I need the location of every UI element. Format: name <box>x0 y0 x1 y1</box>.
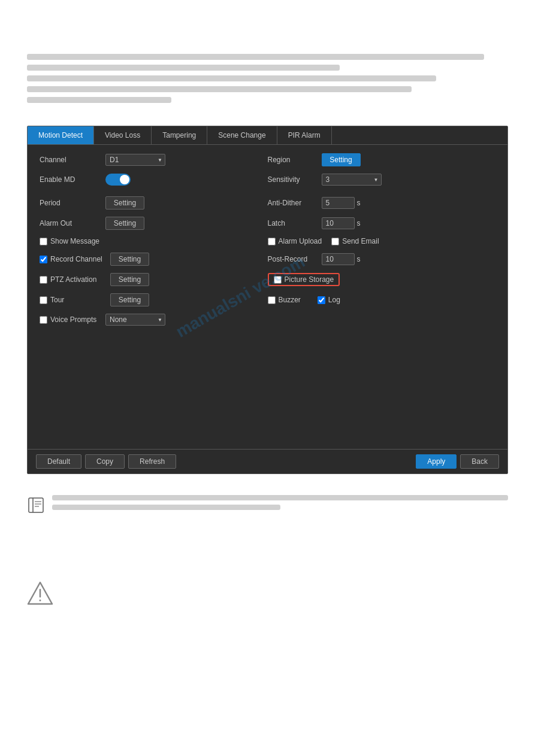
post-record-label: Post-Record <box>268 255 322 263</box>
latch-label: Latch <box>268 219 322 227</box>
picture-storage-checkbox[interactable] <box>274 276 282 284</box>
enable-md-col: Enable MD <box>40 174 268 186</box>
log-checkbox-label[interactable]: Log <box>318 296 340 304</box>
alarm-out-latch-row: Alarm Out Setting Latch s <box>40 217 495 230</box>
show-message-col: Show Message <box>40 237 268 245</box>
voice-prompts-select-wrapper: None <box>105 314 165 326</box>
back-button[interactable]: Back <box>460 454 499 469</box>
record-channel-checkbox-label[interactable]: Record Channel <box>40 255 105 263</box>
tab-scene-change[interactable]: Scene Change <box>207 126 277 144</box>
voice-prompts-row: Voice Prompts None <box>40 314 495 326</box>
latch-unit: s <box>357 219 361 227</box>
region-col: Region Setting <box>268 153 496 166</box>
picture-storage-col: Picture Storage <box>268 273 496 286</box>
voice-prompts-col: Voice Prompts None <box>40 314 268 326</box>
warning-section <box>0 544 535 618</box>
anti-dither-input[interactable] <box>322 197 355 209</box>
post-record-input[interactable] <box>322 253 355 265</box>
tour-checkbox-label[interactable]: Tour <box>40 296 105 304</box>
region-label: Region <box>268 156 322 164</box>
enable-md-toggle[interactable] <box>105 174 131 186</box>
tour-checkbox[interactable] <box>40 296 47 304</box>
alarm-out-setting-button[interactable]: Setting <box>105 217 144 230</box>
text-line-3 <box>27 75 436 81</box>
period-antidither-row: Period Setting Anti-Dither s <box>40 196 495 210</box>
period-label: Period <box>40 199 105 207</box>
sensitivity-select[interactable]: 3 <box>322 174 382 186</box>
top-text-area <box>0 0 535 120</box>
show-message-checkbox-label[interactable]: Show Message <box>40 237 99 245</box>
latch-input[interactable] <box>322 217 355 229</box>
content-area: Channel D1 Region Setting Enable MD Sens… <box>28 145 507 449</box>
channel-select-wrapper: D1 <box>105 154 165 166</box>
enable-md-label: Enable MD <box>40 175 105 184</box>
show-message-checkbox[interactable] <box>40 238 47 245</box>
ptz-activation-setting-button[interactable]: Setting <box>110 273 149 286</box>
channel-col: Channel D1 <box>40 154 268 166</box>
region-setting-button[interactable]: Setting <box>322 153 361 166</box>
note-line-2 <box>52 505 280 510</box>
anti-dither-label: Anti-Dither <box>268 199 322 207</box>
send-email-checkbox[interactable] <box>331 238 339 245</box>
record-channel-setting-button[interactable]: Setting <box>110 253 149 266</box>
post-record-unit: s <box>357 255 361 263</box>
record-channel-post-record-row: Record Channel Setting Post-Record s <box>40 253 495 266</box>
ptz-activation-checkbox[interactable] <box>40 276 47 284</box>
main-panel: manualsni ve.com Motion Detect Video Los… <box>27 126 508 474</box>
channel-select[interactable]: D1 <box>105 154 165 166</box>
alarm-upload-checkbox-label[interactable]: Alarm Upload <box>268 237 322 245</box>
period-setting-button[interactable]: Setting <box>105 196 144 210</box>
alarm-out-label: Alarm Out <box>40 219 105 227</box>
text-line-1 <box>27 54 484 60</box>
bottom-bar: Default Copy Refresh Apply Back <box>28 449 507 473</box>
ptz-col: PTZ Activation Setting <box>40 273 268 286</box>
tour-buzzer-log-row: Tour Setting Buzzer Log <box>40 293 495 306</box>
ptz-picture-row: PTZ Activation Setting Picture Storage <box>40 273 495 286</box>
note-lines <box>52 495 508 514</box>
message-alarm-email-row: Show Message Alarm Upload Send Email <box>40 237 495 245</box>
tab-motion-detect[interactable]: Motion Detect <box>28 126 94 144</box>
picture-storage-box: Picture Storage <box>268 273 340 286</box>
voice-prompts-checkbox[interactable] <box>40 316 47 324</box>
tour-setting-button[interactable]: Setting <box>110 293 149 306</box>
apply-button[interactable]: Apply <box>416 454 457 469</box>
ptz-activation-checkbox-label[interactable]: PTZ Activation <box>40 275 105 284</box>
book-icon <box>27 496 45 514</box>
log-checkbox[interactable] <box>318 296 325 304</box>
refresh-button[interactable]: Refresh <box>128 454 176 469</box>
alarm-upload-send-email-col: Alarm Upload Send Email <box>268 237 496 245</box>
send-email-checkbox-label[interactable]: Send Email <box>331 237 379 245</box>
channel-region-row: Channel D1 Region Setting <box>40 153 495 166</box>
tab-video-loss[interactable]: Video Loss <box>94 126 152 144</box>
sensitivity-col: Sensitivity 3 <box>268 174 496 186</box>
buzzer-checkbox[interactable] <box>268 296 276 304</box>
empty-area-middle <box>0 520 535 544</box>
tab-bar: Motion Detect Video Loss Tampering Scene… <box>28 126 507 145</box>
buzzer-checkbox-label[interactable]: Buzzer <box>268 296 301 304</box>
tab-pir-alarm[interactable]: PIR Alarm <box>277 126 332 144</box>
tour-col: Tour Setting <box>40 293 268 306</box>
svg-rect-0 <box>29 498 43 512</box>
latch-col: Latch s <box>268 217 496 229</box>
post-record-col: Post-Record s <box>268 253 496 265</box>
alarm-out-col: Alarm Out Setting <box>40 217 268 230</box>
record-channel-col: Record Channel Setting <box>40 253 268 266</box>
sensitivity-label: Sensitivity <box>268 175 322 184</box>
buzzer-log-col: Buzzer Log <box>268 296 496 304</box>
record-channel-checkbox[interactable] <box>40 256 47 263</box>
text-line-4 <box>27 86 412 92</box>
note-line-1 <box>52 495 508 500</box>
period-col: Period Setting <box>40 196 268 210</box>
text-line-2 <box>27 65 340 71</box>
picture-storage-checkbox-label[interactable]: Picture Storage <box>274 275 334 284</box>
voice-prompts-select[interactable]: None <box>105 314 165 326</box>
channel-label: Channel <box>40 156 105 164</box>
anti-dither-unit: s <box>357 199 361 207</box>
copy-button[interactable]: Copy <box>85 454 125 469</box>
default-button[interactable]: Default <box>36 454 81 469</box>
alarm-upload-checkbox[interactable] <box>268 238 276 245</box>
anti-dither-col: Anti-Dither s <box>268 197 496 209</box>
tab-tampering[interactable]: Tampering <box>152 126 207 144</box>
sensitivity-select-wrapper: 3 <box>322 174 382 186</box>
voice-prompts-checkbox-label[interactable]: Voice Prompts <box>40 315 105 324</box>
